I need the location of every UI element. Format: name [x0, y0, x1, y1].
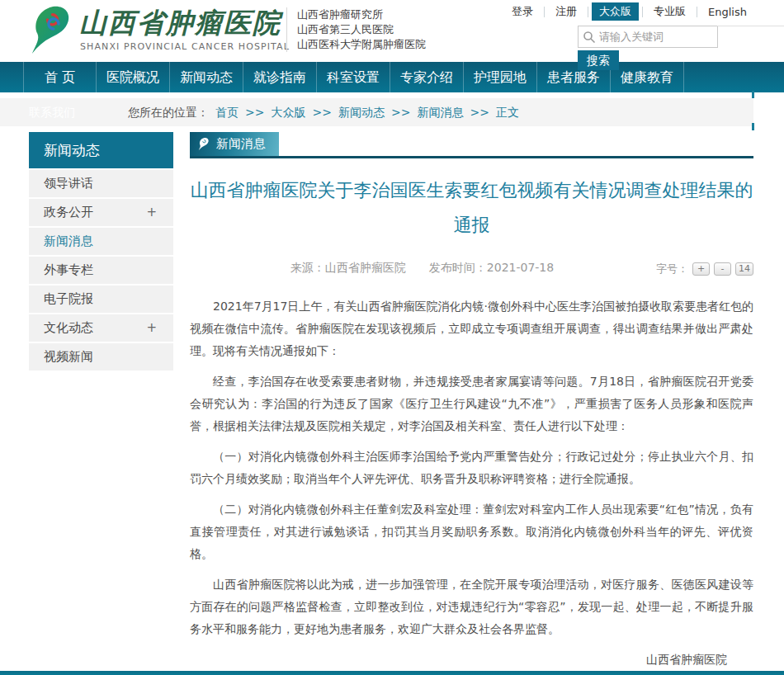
- affiliation-line: 山西医科大学附属肿瘤医院: [297, 37, 426, 52]
- nav-item-home[interactable]: 首 页: [23, 62, 97, 92]
- article-paragraph: 山西省肿瘤医院将以此为戒，进一步加强管理，在全院开展专项治理活动，对医疗服务、医…: [190, 574, 753, 640]
- public-version-link[interactable]: 大众版: [592, 2, 639, 21]
- search-input[interactable]: [599, 26, 715, 47]
- breadcrumb-separator: >>: [245, 98, 264, 126]
- breadcrumb-link-home[interactable]: 首页: [215, 98, 239, 126]
- sidebar-item-leader-speeches[interactable]: 领导讲话: [29, 170, 173, 197]
- breadcrumb-separator: >>: [391, 98, 410, 126]
- sidebar-item-label: 外事专栏: [44, 257, 93, 284]
- professional-version-link[interactable]: 专业版: [646, 2, 693, 21]
- sidebar-item-foreign-affairs[interactable]: 外事专栏: [29, 257, 173, 284]
- meta-text: 来源：山西省肿瘤医院发布时间：2021-07-18: [190, 261, 654, 276]
- sidebar-item-label: 视频新闻: [44, 343, 93, 371]
- divider: [588, 7, 588, 17]
- hospital-logo-icon[interactable]: [30, 4, 76, 55]
- breadcrumb-link-article[interactable]: 正文: [496, 98, 519, 126]
- article-paragraph: 经查，李治国存在收受索要患者财物，并违规接受患者家属宴请等问题。7月18日，省肿…: [190, 371, 753, 437]
- sidebar-item-label: 政务公开: [44, 199, 93, 226]
- article-paragraph: （一）对消化内镜微创外科主治医师李治国给予党内严重警告处分；行政记过处分；停止执…: [190, 446, 753, 490]
- affiliation-line: 山西省第三人民医院: [297, 22, 426, 37]
- section-underline: [190, 156, 753, 158]
- section-tab-label: 新闻消息: [216, 136, 266, 152]
- divider: [697, 7, 697, 17]
- sidebar: 新闻动态 领导讲话 政务公开 + 新闻消息 外事专栏 电子院报 文化动态 + 视…: [29, 132, 173, 371]
- divider: [642, 7, 643, 17]
- hospital-name-calligraphy[interactable]: 山西省肿瘤医院: [79, 5, 286, 42]
- hospital-name-english: SHANXI PROVINCIAL CANCER HOSPITAL: [80, 41, 290, 52]
- decor-tick: [752, 123, 754, 130]
- sidebar-item-video-news[interactable]: 视频新闻: [29, 343, 173, 371]
- sidebar-item-news-message[interactable]: 新闻消息: [29, 228, 173, 255]
- footer-accent-bar: [0, 671, 784, 675]
- font-decrease-button[interactable]: -: [714, 262, 731, 276]
- search-icon: [583, 31, 596, 44]
- decor-tick: [752, 91, 754, 98]
- expand-plus-icon[interactable]: +: [146, 314, 157, 342]
- font-size-value-button[interactable]: 14: [735, 262, 753, 276]
- source-value: 山西省肿瘤医院: [325, 261, 406, 274]
- sidebar-item-culture[interactable]: 文化动态 +: [29, 314, 173, 342]
- article-paragraph: （二）对消化内镜微创外科主任董剑宏及科室处理：董剑宏对科室内工作人员出现索要“红…: [190, 498, 753, 565]
- sidebar-item-label: 文化动态: [44, 314, 93, 342]
- publish-date-label: 发布时间：: [429, 261, 487, 274]
- sidebar-item-label: 领导讲话: [44, 170, 93, 197]
- sidebar-item-label: 电子院报: [44, 286, 93, 313]
- signature-organization: 山西省肿瘤医院: [190, 649, 727, 671]
- sidebar-item-label: 新闻消息: [44, 228, 93, 255]
- article-content: 新闻消息 山西省肿瘤医院关于李治国医生索要红包视频有关情况调查处理结果的通报 来…: [190, 132, 753, 675]
- breadcrumb-separator: >>: [470, 98, 489, 126]
- nav-item-nursing[interactable]: 护理园地: [464, 62, 537, 92]
- search-button[interactable]: 搜索: [578, 50, 619, 70]
- breadcrumb-link-news[interactable]: 新闻动态: [338, 98, 385, 126]
- page: 登录 注册 大众版 专业版 English 山西省肿瘤医院 SHANXI PRO…: [0, 0, 784, 675]
- breadcrumb-link-public[interactable]: 大众版: [271, 98, 305, 126]
- nav-item-departments[interactable]: 科室设置: [317, 62, 390, 92]
- sidebar-title-news[interactable]: 新闻动态: [29, 132, 173, 168]
- affiliation-list: 山西省肿瘤研究所 山西省第三人民医院 山西医科大学附属肿瘤医院: [297, 7, 426, 52]
- search-border-extension: [717, 26, 784, 26]
- section-tab-news-message: 新闻消息: [190, 132, 279, 156]
- top-links-bar: 登录 注册 大众版 专业版 English: [504, 2, 754, 21]
- nav-item-experts[interactable]: 专家介绍: [390, 62, 464, 92]
- breadcrumb-link-news-message[interactable]: 新闻消息: [417, 98, 463, 126]
- nav-item-news[interactable]: 新闻动态: [170, 62, 243, 92]
- breadcrumb-label: 您所在的位置：: [128, 98, 209, 126]
- tab-logo-icon: [198, 136, 210, 152]
- divider: [544, 7, 545, 17]
- nav-item-visit-guide[interactable]: 就诊指南: [243, 62, 317, 92]
- login-link[interactable]: 登录: [504, 2, 541, 21]
- breadcrumb-bar: 联系我们 您所在的位置： 首页 >> 大众版 >> 新闻动态 >> 新闻消息 >…: [0, 98, 753, 126]
- sidebar-item-e-newspaper[interactable]: 电子院报: [29, 286, 173, 313]
- search-box: [578, 26, 718, 48]
- font-increase-button[interactable]: +: [692, 262, 710, 276]
- header-divider: [286, 7, 287, 52]
- register-link[interactable]: 注册: [548, 2, 584, 21]
- source-label: 来源：: [290, 261, 325, 274]
- affiliation-line: 山西省肿瘤研究所: [297, 7, 426, 22]
- article-meta: 来源：山西省肿瘤医院发布时间：2021-07-18 字号： + - 14: [190, 261, 753, 277]
- article-body: 2021年7月17日上午，有关山西省肿瘤医院消化内镜·微创外科中心医生李治国被拍…: [190, 295, 753, 640]
- english-link[interactable]: English: [701, 4, 754, 20]
- nav-item-overview[interactable]: 医院概况: [97, 62, 170, 92]
- nav-item-health-education[interactable]: 健康教育: [611, 62, 684, 92]
- article-paragraph: 2021年7月17日上午，有关山西省肿瘤医院消化内镜·微创外科中心医生李治国被拍…: [190, 295, 753, 362]
- main-nav: 首 页 医院概况 新闻动态 就诊指南 科室设置 专家介绍 护理园地 患者服务 健…: [0, 62, 784, 92]
- sidebar-item-gov-affairs[interactable]: 政务公开 +: [29, 199, 173, 226]
- breadcrumb-separator: >>: [312, 98, 331, 126]
- expand-plus-icon[interactable]: +: [146, 199, 157, 226]
- ghost-contact-label: 联系我们: [29, 98, 75, 126]
- publish-date-value: 2021-07-18: [487, 261, 554, 274]
- breadcrumb: 您所在的位置： 首页 >> 大众版 >> 新闻动态 >> 新闻消息 >> 正文: [128, 98, 519, 126]
- font-size-controls: 字号： + - 14: [656, 262, 753, 276]
- font-size-label: 字号：: [656, 262, 688, 276]
